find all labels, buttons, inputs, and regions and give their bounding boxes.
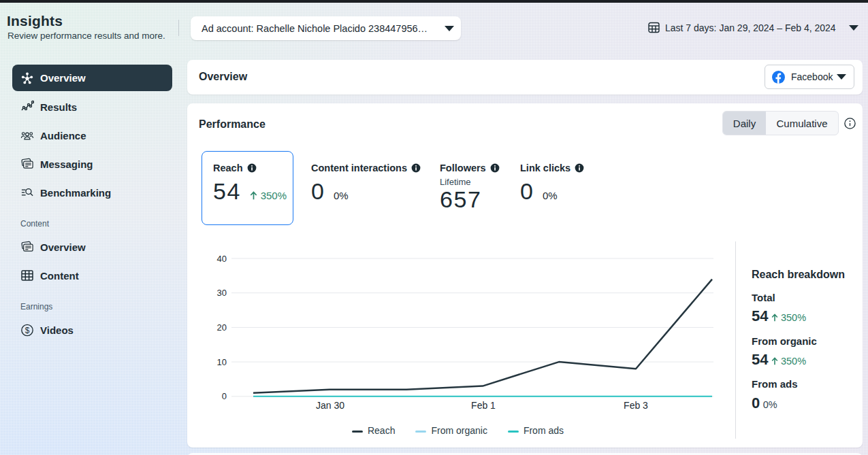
svg-text:20: 20 — [217, 322, 227, 333]
svg-text:10: 10 — [217, 357, 227, 367]
svg-text:$: $ — [25, 325, 30, 335]
svg-text:30: 30 — [217, 288, 227, 298]
svg-text:Jan 30: Jan 30 — [316, 400, 344, 411]
svg-text:40: 40 — [217, 254, 227, 264]
svg-text:Feb 1: Feb 1 — [471, 400, 496, 411]
svg-text:0: 0 — [222, 391, 227, 401]
svg-text:Feb 3: Feb 3 — [624, 400, 648, 411]
